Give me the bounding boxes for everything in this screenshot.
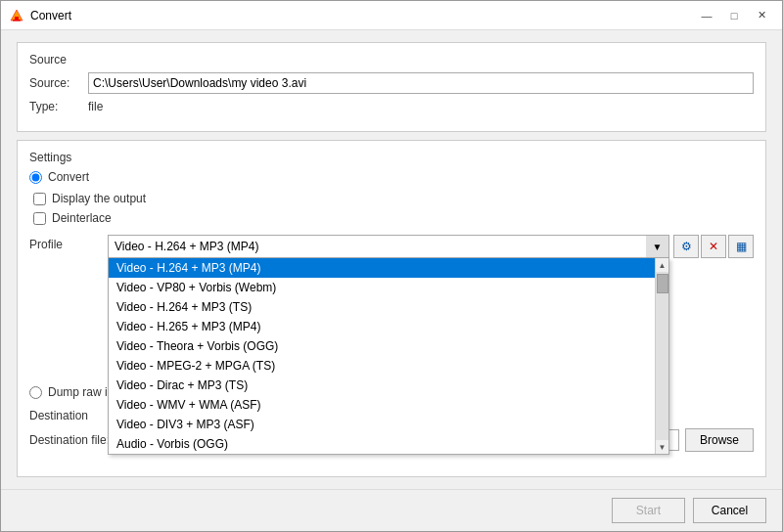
- dropdown-item-3[interactable]: Video - H.265 + MP3 (MP4): [109, 317, 655, 336]
- cancel-button[interactable]: Cancel: [693, 498, 766, 523]
- settings-section-label: Settings: [29, 151, 754, 164]
- maximize-button[interactable]: □: [721, 6, 747, 25]
- profile-dropdown: Video - H.264 + MP3 (MP4) Video - VP80 +…: [108, 258, 669, 455]
- dropdown-item-2[interactable]: Video - H.264 + MP3 (TS): [109, 297, 655, 317]
- source-input[interactable]: [88, 72, 754, 94]
- type-label: Type:: [29, 100, 88, 113]
- dropdown-item-0[interactable]: Video - H.264 + MP3 (MP4): [109, 258, 655, 278]
- display-output-row: Display the output: [33, 192, 754, 205]
- dropdown-item-1[interactable]: Video - VP80 + Vorbis (Webm): [109, 278, 655, 297]
- profile-select[interactable]: Video - H.264 + MP3 (MP4) Video - VP80 +…: [108, 235, 669, 258]
- deinterlace-checkbox[interactable]: [33, 212, 46, 225]
- type-row: Type: file: [29, 100, 754, 113]
- scroll-down-arrow[interactable]: ▼: [656, 440, 669, 454]
- delete-profile-button[interactable]: ✕: [701, 235, 726, 258]
- dest-file-label: Destination file:: [29, 433, 110, 447]
- close-button[interactable]: ✕: [749, 6, 774, 25]
- convert-dialog: Convert — □ ✕ Source Source: Type: file …: [0, 0, 783, 532]
- dropdown-item-6[interactable]: Video - Dirac + MP3 (TS): [109, 376, 655, 395]
- profile-label: Profile: [29, 235, 108, 251]
- dropdown-item-8[interactable]: Video - DIV3 + MP3 (ASF): [109, 415, 655, 434]
- dropdown-scroll-wrap: Video - H.264 + MP3 (MP4) Video - VP80 +…: [109, 258, 668, 454]
- dropdown-item-5[interactable]: Video - MPEG-2 + MPGA (TS): [109, 356, 655, 376]
- deinterlace-row: Deinterlace: [33, 211, 754, 225]
- window-controls: — □ ✕: [694, 6, 774, 25]
- svg-rect-1: [15, 17, 19, 20]
- source-section: Source Source: Type: file: [17, 42, 766, 132]
- deinterlace-label[interactable]: Deinterlace: [52, 211, 112, 225]
- dropdown-scrollbar: ▲ ▼: [655, 258, 668, 454]
- title-text: Convert: [30, 9, 694, 22]
- display-output-checkbox[interactable]: [33, 193, 46, 205]
- dropdown-items: Video - H.264 + MP3 (MP4) Video - VP80 +…: [109, 258, 655, 454]
- convert-radio-label[interactable]: Convert: [48, 170, 89, 184]
- scroll-up-arrow[interactable]: ▲: [656, 258, 669, 272]
- dropdown-item-4[interactable]: Video - Theora + Vorbis (OGG): [109, 336, 655, 356]
- browse-button[interactable]: Browse: [685, 428, 754, 452]
- source-row: Source:: [29, 72, 754, 94]
- source-section-label: Source: [29, 53, 754, 66]
- settings-section: Settings Convert Display the output Dein…: [17, 140, 766, 477]
- scroll-track: [656, 272, 668, 440]
- bottom-bar: Start Cancel: [1, 489, 782, 531]
- type-value: file: [88, 100, 103, 113]
- app-icon: [9, 8, 24, 23]
- svg-rect-2: [13, 20, 21, 22]
- profile-controls: Video - H.264 + MP3 (MP4) Video - VP80 +…: [108, 235, 754, 258]
- source-label: Source:: [29, 76, 88, 90]
- dump-raw-radio[interactable]: [29, 386, 42, 399]
- dropdown-item-9[interactable]: Audio - Vorbis (OGG): [109, 434, 655, 454]
- dropdown-item-7[interactable]: Video - WMV + WMA (ASF): [109, 395, 655, 415]
- new-profile-button[interactable]: ▦: [728, 235, 754, 258]
- start-button[interactable]: Start: [612, 498, 685, 523]
- display-output-label[interactable]: Display the output: [52, 192, 146, 205]
- convert-radio[interactable]: [29, 171, 42, 184]
- edit-profile-button[interactable]: ⚙: [673, 235, 699, 258]
- profile-action-buttons: ⚙ ✕ ▦: [673, 235, 754, 258]
- profile-row: Profile Video - H.264 + MP3 (MP4) Video …: [29, 235, 754, 258]
- profile-select-wrapper: Video - H.264 + MP3 (MP4) Video - VP80 +…: [108, 235, 669, 258]
- scroll-thumb[interactable]: [657, 274, 668, 293]
- convert-radio-row: Convert: [29, 170, 754, 184]
- window-content: Source Source: Type: file Settings Conve…: [1, 30, 782, 489]
- title-bar: Convert — □ ✕: [1, 1, 782, 30]
- minimize-button[interactable]: —: [694, 6, 719, 25]
